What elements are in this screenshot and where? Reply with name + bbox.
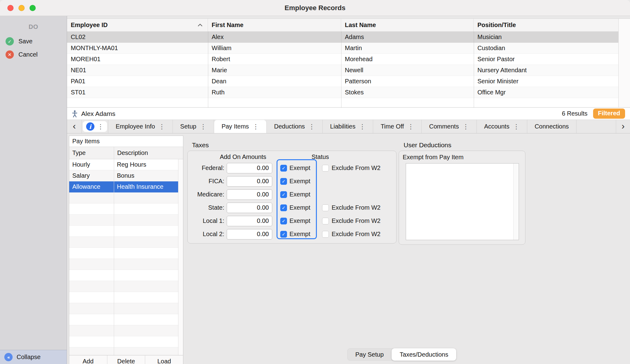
employee-row-ne01[interactable]: NE01MarieNewellNursery Attendant [67,65,630,76]
exclude-checkbox-group[interactable]: Exclude From W2 [322,214,381,228]
pay-item-row-salary[interactable]: SalaryBonus [69,170,183,181]
exempt-checkbox[interactable] [280,191,287,198]
exempt-checkbox-group[interactable]: Exempt [280,214,310,228]
exempt-pay-item-list[interactable] [406,163,519,240]
delete-button[interactable]: Delete [107,355,146,364]
zoom-button[interactable] [30,5,36,11]
bottom-tab-taxes-deductions[interactable]: Taxes/Deductions [392,348,456,361]
position-cell: Nursery Attendant [474,65,630,76]
tab-pay-items[interactable]: Pay Items⋮ [214,120,267,133]
tax-amount-input[interactable] [227,163,272,173]
tab-label: Comments [429,123,459,130]
load-button[interactable]: Load [145,355,183,364]
menu-dots-icon[interactable]: ⋮ [408,123,414,130]
position-cell: Custodian [474,43,630,53]
cancel-button[interactable]: ✕ Cancel [6,50,67,59]
tab-deductions[interactable]: Deductions⋮ [267,120,323,133]
menu-dots-icon[interactable]: ⋮ [463,123,469,130]
exclude-checkbox-group[interactable]: Exclude From W2 [322,161,381,175]
column-header-label: Employee ID [71,22,108,29]
empty-cell [114,259,183,270]
exclude-checkbox[interactable] [322,165,329,172]
tab-label: Time Off [381,123,404,130]
tab-connections[interactable]: Connections [527,120,576,133]
exclude-checkbox[interactable] [322,231,329,238]
pay-item-row-hourly[interactable]: HourlyReg Hours [69,159,183,170]
exclude-checkbox-group[interactable]: Exclude From W2 [322,201,381,214]
column-header-last-name[interactable]: Last Name [341,19,474,31]
save-button[interactable]: ✓ Save [6,37,67,46]
exclude-checkbox[interactable] [322,204,329,211]
tab-bar: ‹ i ⋮ Employee Info⋮Setup⋮Pay Items⋮Dedu… [67,120,630,133]
first-name-cell: Alex [208,32,341,42]
position-cell: Senior Pastor [474,54,630,65]
employee-row-moreh01[interactable]: MOREH01RobertMoreheadSenior Pastor [67,54,630,65]
exempt-checkbox-group[interactable]: Exempt [280,228,310,241]
last-name-cell: Morehead [341,54,474,65]
pay-items-scrollbar[interactable] [178,159,183,355]
exempt-checkbox-group[interactable]: Exempt [280,161,310,175]
column-header-position[interactable]: Position/Title [474,19,630,31]
menu-dots-icon[interactable]: ⋮ [159,123,165,130]
position-cell: Musician [474,32,630,42]
menu-dots-icon[interactable]: ⋮ [513,123,520,130]
tab-liabilities[interactable]: Liabilities⋮ [323,120,373,133]
exempt-checkbox[interactable] [280,165,287,172]
tab-accounts[interactable]: Accounts⋮ [477,120,527,133]
menu-dots-icon[interactable]: ⋮ [200,123,206,130]
employee-row-pa01[interactable]: PA01DeanPattersonSenior Minister [67,76,630,87]
first-name-cell: Dean [208,76,341,87]
menu-dots-icon[interactable]: ⋮ [253,123,259,130]
info-pill[interactable]: i ⋮ [83,121,107,132]
tax-label: Medicare: [188,188,224,201]
employee-row-cl02[interactable]: CL02AlexAdamsMusician [67,32,630,43]
list-scrollbar-track[interactable] [513,164,519,240]
column-header-employee-id[interactable]: Employee ID [67,19,208,31]
close-button[interactable] [7,5,14,11]
employee-table-scrollbar[interactable] [618,19,630,107]
exclude-checkbox-group[interactable]: Exclude From W2 [322,228,381,241]
add-button[interactable]: Add [69,355,107,364]
empty-cell [114,226,183,236]
employee-table-header: Employee ID First Name Last Name Positio… [67,19,630,32]
tax-amount-input[interactable] [227,203,272,213]
tabs-back-button[interactable]: ‹ [67,120,82,133]
user-deductions-group-box: Exempt from Pay Item [399,151,525,245]
tabs-forward-button[interactable]: › [616,120,630,133]
employee-row-monthly-ma01[interactable]: MONTHLY-MA01WilliamMartinCustodian [67,43,630,54]
column-header-first-name[interactable]: First Name [208,19,341,31]
pay-item-empty-row [69,204,183,215]
tax-amount-input[interactable] [227,176,272,187]
exempt-checkbox[interactable] [280,231,287,238]
minimize-button[interactable] [18,5,25,11]
pay-item-row-allowance[interactable]: AllowanceHealth Insurance [69,181,183,192]
collapse-button[interactable]: « Collapse [0,350,67,364]
exempt-checkbox-group[interactable]: Exempt [280,175,310,188]
menu-dots-icon[interactable]: ⋮ [309,123,315,130]
info-tab[interactable]: i ⋮ [82,120,108,133]
exempt-label: Exempt [289,191,310,198]
pay-item-empty-row [69,259,183,270]
menu-dots-icon[interactable]: ⋮ [359,123,365,130]
empty-cell [69,237,114,247]
employee-id-cell: NE01 [67,65,208,76]
column-header-description[interactable]: Description [114,147,183,159]
tab-setup[interactable]: Setup⋮ [173,120,214,133]
exempt-checkbox[interactable] [280,178,287,185]
column-header-type[interactable]: Type [69,147,114,159]
filtered-badge[interactable]: Filtered [593,109,625,119]
tax-amount-input[interactable] [227,229,272,239]
exempt-checkbox[interactable] [280,218,287,224]
employee-row-st01[interactable]: ST01RuthStokesOffice Mgr [67,87,630,98]
tax-amount-input[interactable] [227,189,272,200]
tax-amount-input[interactable] [227,216,272,226]
tab-time-off[interactable]: Time Off⋮ [373,120,422,133]
exempt-checkbox-group[interactable]: Exempt [280,188,310,201]
exempt-checkbox[interactable] [280,204,287,211]
exempt-checkbox-group[interactable]: Exempt [280,201,310,214]
bottom-tab-pay-setup[interactable]: Pay Setup [347,348,392,361]
exclude-checkbox[interactable] [322,218,329,224]
tab-comments[interactable]: Comments⋮ [422,120,477,133]
tab-employee-info[interactable]: Employee Info⋮ [108,120,173,133]
menu-dots-icon[interactable]: ⋮ [98,123,104,130]
